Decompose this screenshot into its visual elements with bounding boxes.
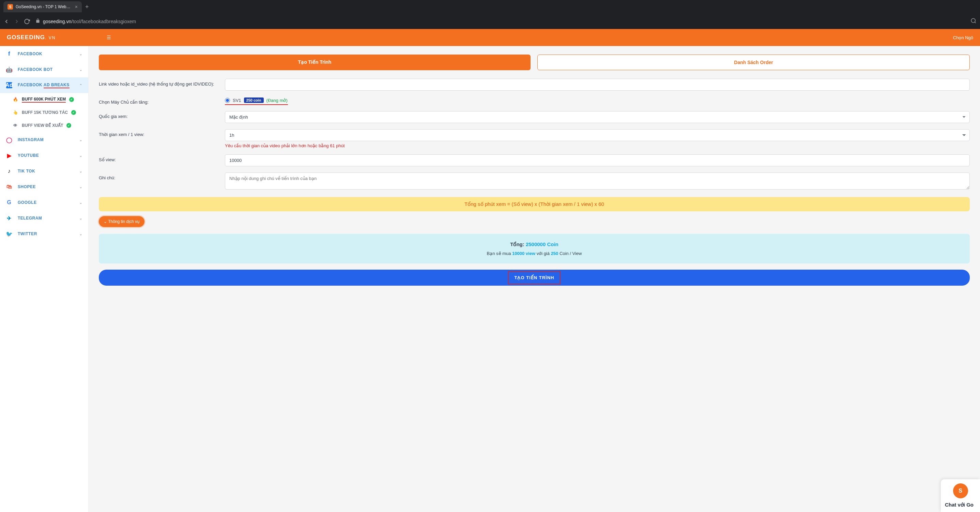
- chat-title: Chat với Go: [945, 502, 976, 508]
- sidebar-item-shopee[interactable]: 🛍SHOPEE ⌄: [0, 179, 88, 195]
- browser-chrome: S GoSeeding.vn - TOP 1 Website × + gosee…: [0, 0, 980, 29]
- chevron-down-icon: ⌄: [80, 232, 83, 236]
- chat-avatar-icon: S: [953, 483, 968, 498]
- chevron-down-icon: ⌄: [80, 68, 83, 72]
- time-select[interactable]: 1h: [225, 129, 970, 141]
- sub-item-buff-600k[interactable]: 🔥 BUFF 600K PHÚT XEM ✓: [6, 93, 88, 106]
- svg-line-1: [975, 22, 975, 23]
- tab-create-process[interactable]: Tạo Tiến Trình: [99, 54, 531, 70]
- submit-button[interactable]: TẠO TIẾN TRÌNH: [99, 270, 970, 286]
- total-amount: 2500000 Coin: [526, 241, 558, 247]
- link-label: Link video hoặc id_video (hệ thống tự độ…: [99, 79, 225, 86]
- chevron-down-icon: ⌄: [80, 154, 83, 158]
- nav-bar: goseeding.vn/tool/facebookadbreaksgioxem: [0, 14, 980, 29]
- chevron-down-icon: ⌄: [80, 169, 83, 173]
- pointer-icon: 👆: [12, 109, 18, 116]
- note-label: Ghi chú:: [99, 172, 225, 180]
- summary-views: 10000 view: [512, 251, 535, 256]
- brand-logo[interactable]: GOSEEDING. VN: [7, 34, 56, 41]
- facebook-bot-icon: 🤖: [6, 67, 12, 73]
- chevron-up-icon: ⌃: [80, 83, 83, 87]
- service-info-button[interactable]: ⌄ Thông tin dịch vụ: [99, 216, 145, 227]
- sidebar-item-twitter[interactable]: 🐦TWITTER ⌄: [0, 226, 88, 242]
- country-select[interactable]: Mặc định: [225, 111, 970, 123]
- check-icon: ✓: [71, 110, 76, 115]
- svg-point-0: [971, 18, 975, 22]
- chevron-down-icon: ⌄: [103, 219, 108, 224]
- youtube-icon: ▶: [6, 152, 12, 158]
- country-label: Quốc gia xem:: [99, 111, 225, 119]
- formula-banner: Tổng số phút xem = (Số view) x (Thời gia…: [99, 197, 970, 211]
- url-path: /tool/facebookadbreaksgioxem: [71, 19, 136, 24]
- views-input[interactable]: [225, 155, 970, 166]
- sub-item-buff-view[interactable]: 👁 BUFF VIEW ĐỀ XUẤT ✓: [6, 119, 88, 132]
- forward-icon[interactable]: [14, 18, 20, 24]
- fire-icon: 🔥: [12, 96, 18, 103]
- tab-bar: S GoSeeding.vn - TOP 1 Website × +: [0, 0, 980, 14]
- sidebar-item-telegram[interactable]: ✈TELEGRAM ⌄: [0, 211, 88, 226]
- server-label: Chọn Máy Chủ cần tăng:: [99, 97, 225, 105]
- server-name: SV1: [233, 98, 241, 103]
- time-hint: Yêu cầu thời gian của video phải lớn hơn…: [225, 143, 970, 148]
- server-radio[interactable]: [225, 98, 230, 103]
- sidebar-item-youtube[interactable]: ▶YOUTUBE ⌄: [0, 148, 88, 163]
- time-label: Thời gian xem / 1 view:: [99, 129, 225, 137]
- adbreaks-submenu: 🔥 BUFF 600K PHÚT XEM ✓ 👆 BUFF 15K TƯƠNG …: [0, 93, 88, 132]
- total-label: Tổng:: [510, 241, 524, 247]
- tab-title: GoSeeding.vn - TOP 1 Website: [16, 5, 72, 9]
- language-selector[interactable]: Chọn Ngô: [953, 35, 973, 40]
- total-summary: Tổng: 2500000 Coin Bạn sẽ mua 10000 view…: [99, 234, 970, 263]
- check-icon: ✓: [67, 123, 71, 128]
- close-icon[interactable]: ×: [75, 4, 78, 10]
- telegram-icon: ✈: [6, 215, 12, 221]
- chevron-down-icon: ⌄: [80, 52, 83, 56]
- sub-item-buff-15k[interactable]: 👆 BUFF 15K TƯƠNG TÁC ✓: [6, 106, 88, 119]
- browser-tab[interactable]: S GoSeeding.vn - TOP 1 Website ×: [3, 2, 82, 12]
- server-radio-row[interactable]: SV1 250 coin (Đang mở): [225, 97, 970, 103]
- new-tab-button[interactable]: +: [85, 3, 89, 11]
- instagram-icon: ◯: [6, 137, 12, 143]
- main-content: Tạo Tiến Trình Danh Sách Order Link vide…: [89, 46, 980, 512]
- sidebar-item-google[interactable]: GGOOGLE ⌄: [0, 195, 88, 211]
- sidebar-item-facebook-adbreaks[interactable]: AdFACEBOOK AD BREAKS ⌃: [0, 77, 88, 93]
- content-tabs: Tạo Tiến Trình Danh Sách Order: [99, 54, 970, 70]
- favicon-icon: S: [8, 4, 13, 10]
- server-price-badge: 250 coin: [244, 97, 264, 103]
- back-icon[interactable]: [3, 18, 10, 24]
- server-status: (Đang mở): [266, 98, 288, 103]
- lock-icon: [35, 18, 40, 24]
- chevron-down-icon: ⌄: [80, 201, 83, 204]
- underline-decoration: [225, 104, 288, 105]
- check-icon: ✓: [69, 97, 74, 102]
- tab-order-list[interactable]: Danh Sách Order: [538, 54, 970, 70]
- eye-icon: 👁: [12, 122, 18, 129]
- sidebar-item-tiktok[interactable]: ♪TIK TOK ⌄: [0, 163, 88, 179]
- sidebar-item-facebook-bot[interactable]: 🤖FACEBOOK BOT ⌄: [0, 62, 88, 77]
- sidebar-item-instagram[interactable]: ◯INSTAGRAM ⌄: [0, 132, 88, 148]
- search-icon[interactable]: [970, 18, 977, 25]
- google-icon: G: [6, 199, 12, 206]
- chevron-down-icon: ⌄: [80, 138, 83, 142]
- chevron-down-icon: ⌄: [80, 185, 83, 189]
- chevron-down-icon: ⌄: [80, 217, 83, 220]
- link-input[interactable]: [225, 79, 970, 91]
- tiktok-icon: ♪: [6, 168, 12, 174]
- facebook-icon: f: [6, 51, 12, 57]
- ad-icon: Ad: [6, 82, 12, 88]
- sidebar: fFACEBOOK ⌄ 🤖FACEBOOK BOT ⌄ AdFACEBOOK A…: [0, 46, 89, 512]
- note-textarea[interactable]: [225, 172, 970, 190]
- views-label: Số view:: [99, 155, 225, 162]
- chat-widget[interactable]: S Chat với Go: [941, 479, 980, 512]
- shopee-icon: 🛍: [6, 184, 12, 190]
- twitter-icon: 🐦: [6, 231, 12, 237]
- summary-price: 250: [551, 251, 558, 256]
- url-bar[interactable]: goseeding.vn/tool/facebookadbreaksgioxem: [34, 16, 966, 26]
- app-header: GOSEEDING. VN ☰ Chọn Ngô: [0, 29, 980, 46]
- hamburger-icon[interactable]: ☰: [107, 35, 111, 40]
- url-domain: goseeding.vn: [43, 19, 71, 24]
- sidebar-item-facebook[interactable]: fFACEBOOK ⌄: [0, 46, 88, 62]
- reload-icon[interactable]: [24, 18, 30, 24]
